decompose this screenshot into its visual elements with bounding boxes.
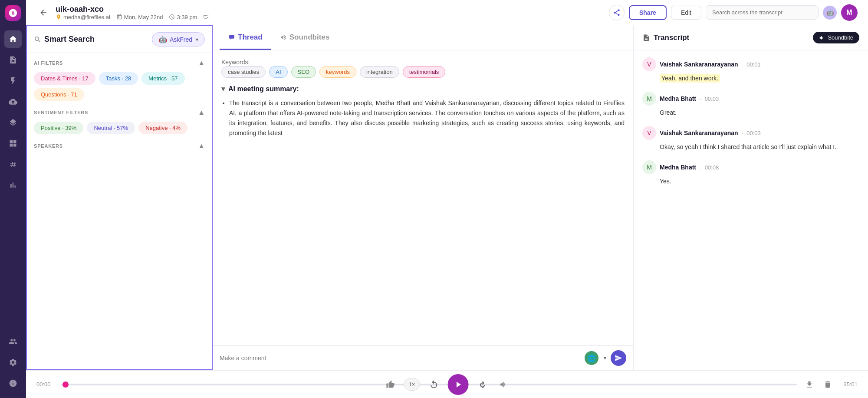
transcript-time-1: 00:01 [746,61,761,68]
sidebar-hashtag[interactable] [4,156,22,173]
speakers-title: SPEAKERS [34,143,63,149]
filter-neutral[interactable]: Neutral · 57% [87,122,135,134]
send-button[interactable] [611,350,626,366]
ai-summary-section: ▾ AI meeting summary: The transcript is … [221,85,625,138]
soundbite-button[interactable]: Soundbite [813,32,859,43]
highlighted-text-1: Yeah, and then work. [660,74,720,83]
edit-button[interactable]: Edit [671,6,701,20]
sidebar-settings[interactable] [4,354,22,371]
page-title: uik-oaah-xco [56,5,209,14]
play-button[interactable] [447,374,468,395]
filter-dates-times[interactable]: Dates & Times · 17 [34,72,95,85]
speaker-name-2: Medha Bhatt [660,95,696,102]
user-avatar[interactable]: M [841,4,858,21]
keyword-seo[interactable]: SEO [291,66,316,78]
notification-avatar[interactable]: 🤖 [823,6,837,20]
transcript-entry-3: V Vaishak Sankaranarayanan · 00:03 Okay,… [642,126,859,152]
filter-questions[interactable]: Questions · 71 [34,88,84,101]
tab-thread[interactable]: Thread [220,26,271,50]
transcript-entry-4: M Medha Bhatt · 00:08 Yes. [642,160,859,186]
keyword-testimonials[interactable]: testimonials [403,66,446,78]
sentiment-filter-chips: Positive · 39% Neutral · 57% Negative · … [34,122,205,134]
skip-forward-button[interactable]: 15 [474,377,490,392]
svg-text:15: 15 [481,384,484,386]
sidebar-upload[interactable] [4,93,22,110]
sidebar-chart[interactable] [4,176,22,194]
back-button[interactable] [36,6,50,20]
thread-content: Keywords: case studies AI SEO keywords i… [213,50,633,345]
ai-filters-collapse[interactable]: ▲ [198,59,205,67]
share-icon-button[interactable] [609,5,625,20]
player-total-time: 35:01 [838,381,858,388]
keywords-section: Keywords: case studies AI SEO keywords i… [221,58,625,78]
transcript-text-3: Okay, so yeah I think I shared that arti… [660,143,859,152]
transcript-time-2: 00:03 [705,96,719,102]
ai-filter-chips: Dates & Times · 17 Tasks · 28 Metrics · … [34,72,205,101]
middle-tabs: Thread Soundbites [213,25,633,50]
comment-dropdown-icon[interactable]: ▾ [604,355,606,361]
progress-indicator [62,381,69,388]
transcript-meta-1: V Vaishak Sankaranarayanan · 00:01 [642,57,859,71]
waveform-button[interactable] [496,377,511,392]
download-button[interactable] [802,377,817,392]
sentiment-filters-title: SENTIMENT FILTERS [34,110,88,115]
skip-back-button[interactable]: 5 [426,377,441,392]
transcript-text-4: Yes. [660,177,859,186]
comment-input[interactable] [220,355,580,362]
comment-box: 🌐 ▾ [213,345,633,370]
speaker-name-1: Vaishak Sankaranarayanan [660,61,738,68]
tab-soundbites[interactable]: Soundbites [271,26,339,50]
meta-user: medha@fireflies.ai [56,14,110,20]
keyword-keywords[interactable]: keywords [319,66,356,78]
sidebar [0,0,26,398]
filter-negative[interactable]: Negative · 4% [138,122,187,134]
filter-positive[interactable]: Positive · 39% [34,122,83,134]
summary-list: The transcript is a conversation between… [221,98,625,138]
askfred-button[interactable]: 🤖 AskFred ▾ [152,32,205,46]
sidebar-people[interactable] [4,333,22,350]
transcript-content: V Vaishak Sankaranarayanan · 00:01 Yeah,… [634,50,868,370]
sentiment-filters-section: SENTIMENT FILTERS ▲ Positive · 39% Neutr… [34,109,205,134]
globe-button[interactable]: 🌐 [585,351,598,365]
transcript-title: Transcript [642,33,689,42]
delete-button[interactable] [820,377,835,392]
filter-metrics[interactable]: Metrics · 57 [141,72,184,85]
speaker-avatar-1: V [642,57,656,71]
ai-filters-section: AI FILTERS ▲ Dates & Times · 17 Tasks · … [34,59,205,101]
sidebar-home[interactable] [4,30,22,48]
sidebar-documents[interactable] [4,51,22,69]
separator-3: · [742,130,743,136]
smart-search-tab[interactable]: Smart Search [34,35,148,44]
filters-panel: AI FILTERS ▲ Dates & Times · 17 Tasks · … [27,53,212,369]
sidebar-grid[interactable] [4,135,22,152]
smart-search-header: Smart Search 🤖 AskFred ▾ [27,26,212,53]
svg-text:5: 5 [433,384,434,386]
app-logo[interactable] [5,5,21,21]
speakers-section: SPEAKERS ▲ [34,142,205,150]
keyword-case-studies[interactable]: case studies [221,66,266,78]
transcript-time-3: 00:03 [746,130,761,136]
like-button[interactable] [383,377,398,392]
keyword-ai[interactable]: AI [269,66,287,78]
separator-4: · [700,164,701,171]
transcript-panel: Transcript Soundbite V Vaishak Sankarana… [634,25,868,370]
sidebar-layers[interactable] [4,114,22,131]
filter-tasks[interactable]: Tasks · 28 [99,72,138,85]
speakers-collapse[interactable]: ▲ [198,142,205,150]
speed-button[interactable]: 1× [404,378,420,391]
speaker-avatar-4: M [642,160,656,174]
sentiment-filters-collapse[interactable]: ▲ [198,109,205,116]
smart-search-panel: Smart Search 🤖 AskFred ▾ AI FILTERS ▲ Da [26,25,213,370]
transcript-text-2: Great. [660,108,859,117]
speaker-avatar-2: M [642,92,656,106]
sidebar-lightning[interactable] [4,72,22,90]
keyword-integration[interactable]: integration [360,66,399,78]
ai-summary-title: ▾ AI meeting summary: [221,85,625,93]
meta-time: 3:39 pm [169,14,197,20]
speaker-avatar-3: V [642,126,656,140]
summary-collapse-icon[interactable]: ▾ [221,85,225,93]
share-button[interactable]: Share [629,5,667,20]
transcript-search-input[interactable] [706,5,819,20]
meta-shield-icon: 🛡 [203,14,209,20]
sidebar-info[interactable] [4,375,22,392]
